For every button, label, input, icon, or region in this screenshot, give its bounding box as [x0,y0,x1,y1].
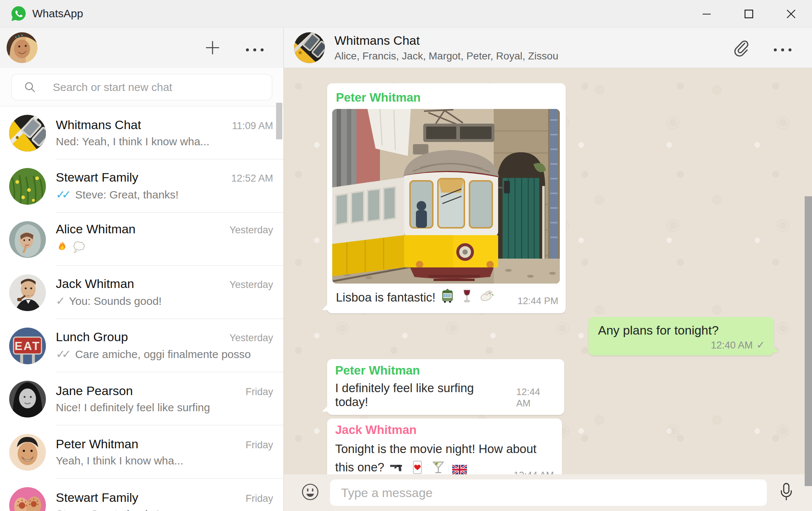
sent-tick-icon: ✓ [56,294,65,308]
avatar-grass-yellow-flowers [9,168,46,205]
chat-name: Jack Whitman [56,277,134,291]
message-incoming-image: Peter Whitman [327,83,566,313]
avatar-bw-portrait [9,381,46,417]
sent-tick-icon: ✓ [757,339,765,351]
message-scroll-area[interactable]: Peter Whitman [284,68,812,474]
window-title: WhatsApp [32,7,83,20]
smiley-icon [301,482,320,501]
svg-text:EAT: EAT [15,339,41,353]
message-meta: 12:40 AM✓ [598,339,765,351]
chat-preview: Ned: Yeah, I think I know wha... [56,135,273,148]
group-avatar-yellow-tram-front[interactable] [294,32,325,63]
message-time: 12:40 AM [711,340,753,351]
titlebar: WhatsApp [0,0,812,28]
attach-button[interactable] [731,39,750,59]
composer-bar [284,474,812,511]
chat-preview: Yeah, I think I know wha... [56,455,273,467]
pistol-emoji-icon [389,460,404,475]
search-section [0,68,283,106]
sidebar: Whitmans Chat 11:09 AM Ned: Yeah, I thin… [0,28,284,511]
fire-emoji-icon [56,240,69,256]
bubble-tail [322,406,328,412]
whatsapp-window: WhatsApp [0,0,812,511]
message-incoming-text: Peter Whitman I definitely feel like sur… [327,359,564,415]
whatsapp-logo-icon [10,5,27,22]
search-box[interactable] [11,74,272,101]
avatar-smiling-man [9,434,46,471]
chat-list-item-lunch-group[interactable]: EAT Lunch Group Yesterday ✓✓ Care amiche… [0,319,283,372]
chat-list-item-peter-whitman[interactable]: Peter Whitman Friday Yeah, I think I kno… [0,426,283,479]
chat-name: Whitmans Chat [56,118,141,132]
chat-list-item-jack-whitman[interactable]: Jack Whitman Yesterday ✓ You: Sounds goo… [0,266,283,319]
dove-emoji-icon [479,288,494,307]
bubble-tail [322,304,328,310]
chat-list-item-whitmans-chat[interactable]: Whitmans Chat 11:09 AM Ned: Yeah, I thin… [0,106,283,160]
search-icon [23,81,37,94]
message-sender[interactable]: Jack Whitman [335,423,553,437]
chat-name: Jane Pearson [56,384,133,398]
message-time: 12:44 PM [510,295,558,307]
conversation-title: Whitmans Chat [334,33,558,48]
ellipsis-icon [245,48,265,52]
microphone-icon [778,482,795,502]
martini-glass-emoji-icon [431,460,446,475]
sidebar-scrollbar-thumb[interactable] [276,103,282,139]
message-text: I definitely feel like surfing today! [335,381,505,409]
chat-name: Stewart Family [56,170,138,185]
avatar-hands-henna [9,487,46,511]
uk-flag-emoji-icon [452,461,467,475]
close-icon [786,9,796,19]
chat-list-item-alice-whitman[interactable]: Alice Whitman Yesterday [0,213,283,266]
avatar-woman-in-hood [9,221,46,258]
chat-preview: ✓ You: Sounds good! [56,294,273,308]
read-ticks-blue-icon: ✓✓ [56,188,72,201]
chat-list: Whitmans Chat 11:09 AM Ned: Yeah, I thin… [0,106,283,511]
new-chat-button[interactable] [204,39,221,58]
chat-preview: ✓✓ Care amiche, oggi finalmente posso [56,347,273,361]
chat-name: Peter Whitman [56,437,138,451]
avatar-yellow-tram-closeup [9,115,46,152]
avatar-man-with-pipe [9,274,46,311]
wine-glass-emoji-icon [460,289,474,306]
chat-time: 12:52 AM [224,173,273,184]
conversation-menu-button[interactable] [773,47,793,53]
window-controls [685,0,812,28]
message-input-box[interactable] [330,479,767,506]
search-input[interactable] [37,81,272,94]
chat-time: Yesterday [222,332,273,344]
my-profile-avatar[interactable] [7,32,37,63]
conversation-header[interactable]: Whitmans Chat Alice, Francis, Jack, Marg… [284,28,812,68]
chat-time: Yesterday [222,279,273,291]
chat-scrollbar-thumb[interactable] [805,196,812,486]
voice-message-button[interactable] [778,482,795,503]
message-time: 12:44 AM [505,386,555,409]
message-photo-lisbon-tram[interactable] [332,109,560,284]
sidebar-header [0,28,283,68]
sidebar-menu-button[interactable] [245,47,265,53]
message-input[interactable] [330,486,767,500]
minimize-button[interactable] [685,0,728,28]
chat-preview: Steve: Great, thanks! [56,508,273,511]
chat-time: 11:09 AM [225,120,273,132]
maximize-button[interactable] [728,0,770,28]
message-sender[interactable]: Peter Whitman [336,91,561,105]
conversation-participants: Alice, Francis, Jack, Margot, Peter, Roy… [334,50,558,62]
message-incoming-text-emojis: Jack Whitman Tonight is the movie night!… [327,419,562,474]
chat-list-item-jane-pearson[interactable]: Jane Pearson Friday Nice! I definitely f… [0,372,283,426]
ellipsis-icon [773,48,793,52]
delivered-ticks-icon: ✓✓ [56,347,72,361]
message-text: Tonight is the movie night! How about th… [335,440,553,474]
thought-balloon-emoji-icon [73,240,87,256]
close-button[interactable] [770,0,812,28]
message-caption: Lisboa is fantastic! [336,288,558,307]
chat-time: Friday [238,439,273,451]
emoji-picker-button[interactable] [301,482,320,503]
message-time: 12:44 AM [514,470,554,474]
chat-time: Yesterday [222,225,273,236]
maximize-icon [744,9,754,19]
chat-preview: Nice! I definitely feel like surfing [56,401,273,414]
chat-list-item-stewart-family[interactable]: Stewart Family 12:52 AM ✓✓ Steve: Great,… [0,160,283,213]
chat-list-item-stewart-family-2[interactable]: Stewart Family Friday Steve: Great, than… [0,479,283,511]
message-sender[interactable]: Peter Whitman [335,364,555,377]
conversation-titles: Whitmans Chat Alice, Francis, Jack, Marg… [334,33,558,62]
